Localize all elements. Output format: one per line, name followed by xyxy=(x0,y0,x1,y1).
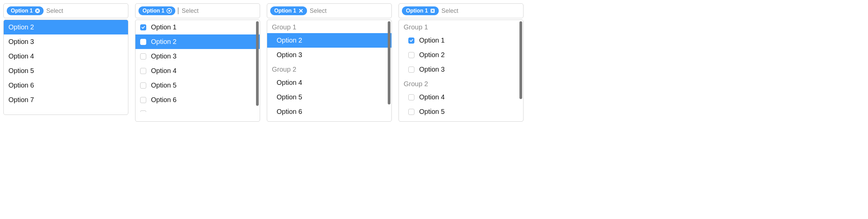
option-item[interactable]: Option 2 xyxy=(399,48,523,62)
placeholder-text: Select xyxy=(46,7,63,15)
option-item[interactable]: Option 3 xyxy=(267,48,391,62)
checkbox-icon xyxy=(140,97,146,103)
chip-remove-square-x-icon[interactable] xyxy=(430,8,435,14)
svg-point-2 xyxy=(168,10,170,12)
dropdown-list: Option 1 Option 2 Option 3 Option 4 Opti… xyxy=(135,20,260,122)
option-item[interactable]: Option 5 xyxy=(267,90,391,104)
option-item[interactable]: Option 2 xyxy=(4,20,128,34)
chip-remove-circle-x-icon[interactable] xyxy=(35,8,40,14)
dropdown-list: Option 2 Option 3 Option 4 Option 5 Opti… xyxy=(3,20,128,115)
scrollbar-thumb[interactable] xyxy=(256,21,259,106)
checkbox-icon xyxy=(140,82,146,89)
option-item[interactable]: Option 2 xyxy=(135,34,260,49)
placeholder-text: Select xyxy=(310,7,327,15)
checkbox-icon xyxy=(408,67,414,73)
chip-remove-circle-dot-icon[interactable] xyxy=(167,8,172,14)
option-item[interactable]: Option 4 xyxy=(267,75,391,90)
checkbox-icon xyxy=(140,53,146,59)
selected-chip: Option 1 xyxy=(7,6,44,15)
scrollbar[interactable] xyxy=(256,21,259,120)
select-variant-4: Option 1 Select Group 1 Option 1 Option … xyxy=(399,3,524,122)
group-header: Group 2 xyxy=(267,62,391,75)
select-input[interactable]: Option 1 Select xyxy=(399,3,524,18)
select-input[interactable]: Option 1 Select xyxy=(3,3,128,18)
option-item[interactable]: Option 3 xyxy=(135,49,260,64)
chip-label: Option 1 xyxy=(11,8,33,14)
scrollbar[interactable] xyxy=(519,21,522,120)
option-item[interactable]: Option 5 xyxy=(135,78,260,93)
option-item[interactable]: Option 6 xyxy=(135,93,260,107)
select-variant-1: Option 1 Select Option 2 Option 3 Option… xyxy=(3,3,128,122)
option-item[interactable]: Option 5 xyxy=(399,104,523,119)
placeholder-text: Select xyxy=(441,7,458,15)
scrollbar[interactable] xyxy=(388,21,390,120)
placeholder-text: Select xyxy=(182,7,199,15)
option-item[interactable]: Option 4 xyxy=(399,90,523,104)
select-variant-2: Option 1 Select Option 1 Option 2 Option… xyxy=(135,3,260,122)
option-item[interactable]: Option 2 xyxy=(267,33,391,48)
selected-chip: Option 1 xyxy=(270,6,307,15)
select-variant-3: Option 1 Select Group 1 Option 2 Option … xyxy=(267,3,392,122)
checkbox-icon xyxy=(408,109,414,115)
chip-label: Option 1 xyxy=(406,8,428,14)
option-item[interactable]: Option 6 xyxy=(4,78,128,93)
chip-remove-x-icon[interactable] xyxy=(298,8,304,14)
checkbox-checked-icon xyxy=(140,24,146,30)
option-item[interactable]: Option 7 xyxy=(4,93,128,107)
option-item[interactable]: Option 3 xyxy=(4,34,128,49)
selected-chip: Option 1 xyxy=(402,6,439,15)
group-header: Group 1 xyxy=(267,20,391,33)
select-input[interactable]: Option 1 Select xyxy=(135,3,260,18)
option-item[interactable]: Option 1 xyxy=(135,20,260,34)
selected-chip: Option 1 xyxy=(138,6,175,15)
option-item[interactable]: Option 5 xyxy=(4,64,128,78)
chip-label: Option 1 xyxy=(143,8,164,14)
checkbox-icon xyxy=(140,111,146,112)
option-item[interactable]: Option 4 xyxy=(135,64,260,78)
checkbox-checked-icon xyxy=(408,38,414,44)
checkbox-icon xyxy=(408,94,414,100)
dropdown-list: Group 1 Option 1 Option 2 Option 3 Group… xyxy=(399,20,524,122)
chip-label: Option 1 xyxy=(274,8,296,14)
group-header: Group 1 xyxy=(399,20,523,33)
scrollbar-thumb[interactable] xyxy=(519,21,522,99)
option-item[interactable]: Option 6 xyxy=(267,104,391,119)
dropdown-list: Group 1 Option 2 Option 3 Group 2 Option… xyxy=(267,20,392,122)
option-item[interactable]: Option 4 xyxy=(4,49,128,64)
select-input[interactable]: Option 1 Select xyxy=(267,3,392,18)
checkbox-icon xyxy=(408,52,414,58)
option-item[interactable]: Option 1 xyxy=(399,33,523,48)
scrollbar-thumb[interactable] xyxy=(388,21,390,104)
checkbox-icon xyxy=(140,68,146,74)
option-item-partial[interactable] xyxy=(135,107,260,112)
text-cursor xyxy=(178,7,178,14)
checkbox-icon xyxy=(140,39,146,45)
group-header: Group 2 xyxy=(399,77,523,90)
option-item[interactable]: Option 3 xyxy=(399,62,523,77)
